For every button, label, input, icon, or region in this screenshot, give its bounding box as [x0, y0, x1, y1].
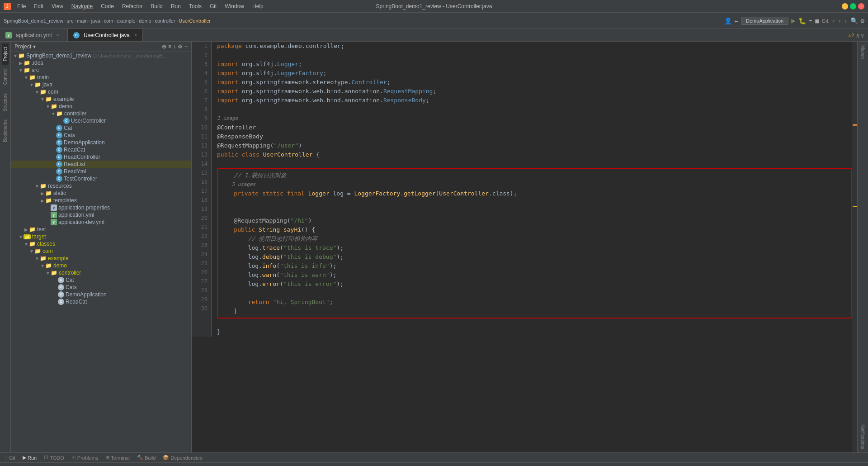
project-panel-button[interactable]: Project — [2, 43, 9, 65]
terminal-bottom-icon: ⊞ — [105, 455, 109, 461]
close-button[interactable]: × — [858, 3, 864, 10]
breadcrumb-src[interactable]: src — [67, 18, 74, 24]
git-pull-icon[interactable]: ↓ — [844, 18, 847, 24]
notifications-panel-button[interactable]: Notifications — [859, 421, 866, 452]
menu-file[interactable]: File — [14, 2, 29, 10]
bottom-tab-terminal[interactable]: ⊞ Terminal — [104, 455, 132, 461]
breadcrumb-usercontroller[interactable]: UserController — [179, 18, 211, 24]
tree-item-target[interactable]: ▼ 📁 target — [11, 233, 191, 240]
tree-item-resources[interactable]: ▼ 📁 resources — [11, 182, 191, 190]
bottom-tab-problems[interactable]: ⚠ Problems — [70, 455, 100, 461]
collapse-icon[interactable]: ∨ — [861, 32, 864, 39]
tree-item-example[interactable]: ▼ 📁 example — [11, 95, 191, 103]
tree-collapse-icon[interactable]: ≡ — [168, 43, 171, 50]
menu-window[interactable]: Window — [221, 2, 248, 10]
tree-item-templates[interactable]: ▶ 📁 templates — [11, 197, 191, 204]
tree-item-demoapplication[interactable]: C DemoApplication — [11, 139, 191, 146]
run-config-selector[interactable]: DemoApplication — [741, 17, 788, 25]
tree-item-static[interactable]: ▶ 📁 static — [11, 190, 191, 197]
tree-item-readcontroller[interactable]: C ReadController — [11, 153, 191, 161]
tree-item-root[interactable]: ▼ 📁 SpringBoot_demo1_review D:\Java\code… — [11, 52, 191, 59]
search-everywhere-icon[interactable]: 🔍 — [850, 17, 858, 24]
bottom-tab-build[interactable]: 🔨 Build — [135, 455, 157, 461]
minimize-button[interactable]: － — [842, 3, 848, 10]
tree-item-target-example[interactable]: ▼ 📁 example — [11, 255, 191, 262]
user-icon[interactable]: 👤 — [724, 17, 732, 24]
bookmarks-panel-button[interactable]: Bookmarks — [2, 116, 9, 146]
texample-arrow: ▼ — [34, 256, 40, 261]
tree-item-readyml[interactable]: C ReadYml — [11, 168, 191, 175]
tab-close-yml[interactable]: × — [56, 33, 59, 38]
expand-icon[interactable]: ∧ — [856, 32, 859, 39]
breadcrumb-controller[interactable]: controller — [155, 18, 175, 24]
tree-item-cats[interactable]: C Cats — [11, 132, 191, 139]
bottom-tab-run[interactable]: ▶ Run — [21, 455, 38, 461]
tree-item-testcontroller[interactable]: C TestController — [11, 175, 191, 182]
menu-navigate[interactable]: Navigate — [68, 2, 96, 10]
stop-icon[interactable]: ■ — [815, 17, 819, 24]
settings-icon[interactable]: ⚙ — [861, 17, 864, 24]
tree-settings-icon[interactable]: ⚙ — [178, 43, 183, 50]
tree-item-app-dev-yml[interactable]: y application-dev.yml — [11, 219, 191, 226]
bottom-tab-git[interactable]: ⑂ Git — [3, 455, 17, 461]
tab-close-java[interactable]: × — [134, 33, 137, 38]
breadcrumb-com[interactable]: com — [104, 18, 113, 24]
tree-item-java[interactable]: ▼ 📁 java — [11, 81, 191, 88]
tree-item-readlist[interactable]: C ReadList — [11, 161, 191, 168]
tree-item-compiled-demo[interactable]: C DemoApplication — [11, 291, 191, 298]
menu-refactor[interactable]: Refactor — [118, 2, 146, 10]
tree-item-target-controller[interactable]: ▼ 📁 controller — [11, 269, 191, 276]
commit-panel-button[interactable]: Commit — [2, 66, 9, 88]
tree-item-compiled-readcat[interactable]: C ReadCat — [11, 298, 191, 305]
tree-close-icon[interactable]: − — [184, 43, 188, 50]
tree-item-compiled-cats[interactable]: C Cats — [11, 284, 191, 291]
menu-tools[interactable]: Tools — [185, 2, 205, 10]
tree-item-main[interactable]: ▼ 📁 main — [11, 74, 191, 81]
breadcrumb-project[interactable]: SpringBoot_demo1_review — [4, 18, 63, 24]
tree-item-compiled-cat[interactable]: C Cat — [11, 276, 191, 284]
run-icon[interactable]: ▶ — [791, 16, 796, 25]
coverage-icon[interactable]: ☂ — [809, 17, 812, 24]
maximize-button[interactable]: □ — [850, 3, 856, 10]
tree-item-target-demo[interactable]: ▼ 📁 demo — [11, 262, 191, 269]
git-push-icon[interactable]: ↑ — [838, 18, 841, 24]
menu-run[interactable]: Run — [167, 2, 184, 10]
debug-icon[interactable]: 🐛 — [798, 17, 806, 24]
tree-item-demo[interactable]: ▼ 📁 demo — [11, 103, 191, 110]
ccat-java-icon: C — [58, 277, 64, 283]
tree-item-target-com[interactable]: ▼ 📁 com — [11, 247, 191, 255]
menu-help[interactable]: Help — [249, 2, 267, 10]
menu-build[interactable]: Build — [147, 2, 166, 10]
back-icon[interactable]: ← — [735, 17, 738, 24]
bottom-tab-dependencies[interactable]: 📦 Dependencies — [161, 455, 204, 461]
tree-item-classes[interactable]: ▼ 📁 classes — [11, 240, 191, 247]
tree-item-app-props[interactable]: p application.properties — [11, 204, 191, 211]
tree-item-cat[interactable]: C Cat — [11, 124, 191, 132]
breadcrumb-main[interactable]: main — [77, 18, 88, 24]
tree-item-test[interactable]: ▶ 📁 test — [11, 226, 191, 233]
bottom-tab-todo[interactable]: ☑ TODO — [42, 455, 66, 461]
tree-item-app-yml[interactable]: y application.yml — [11, 211, 191, 219]
code-line-7: import org.springframework.web.bind.anno… — [217, 96, 852, 105]
tree-sort-icon[interactable]: ↕ — [173, 43, 176, 50]
breadcrumb-java[interactable]: java — [91, 18, 100, 24]
tree-item-controller[interactable]: ▼ 📁 controller — [11, 110, 191, 117]
tree-item-com[interactable]: ▼ 📁 com — [11, 88, 191, 95]
git-check-icon[interactable]: ✓ — [832, 18, 835, 24]
tree-item-idea[interactable]: ▶ 📁 .idea — [11, 59, 191, 67]
tab-usercontroller-java[interactable]: C UserController.java × — [68, 29, 143, 41]
menu-code[interactable]: Code — [97, 2, 118, 10]
menu-view[interactable]: View — [48, 2, 67, 10]
maven-panel-button[interactable]: Maven — [859, 42, 866, 62]
tab-application-yml[interactable]: y application.yml × — [0, 29, 68, 41]
breadcrumb-demo[interactable]: demo — [139, 18, 151, 24]
code-editor[interactable]: 12345 678910 1112131415 1617181920 21222… — [192, 42, 857, 452]
breadcrumb-example[interactable]: example — [117, 18, 136, 24]
tree-locate-icon[interactable]: ⊕ — [162, 43, 166, 50]
tree-item-src[interactable]: ▼ 📁 src — [11, 67, 191, 74]
structure-panel-button[interactable]: Structure — [2, 90, 9, 115]
menu-git[interactable]: Git — [206, 2, 220, 10]
tree-item-readcat[interactable]: C ReadCat — [11, 146, 191, 153]
menu-edit[interactable]: Edit — [30, 2, 47, 10]
tree-item-usercontroller[interactable]: C UserController — [11, 117, 191, 124]
